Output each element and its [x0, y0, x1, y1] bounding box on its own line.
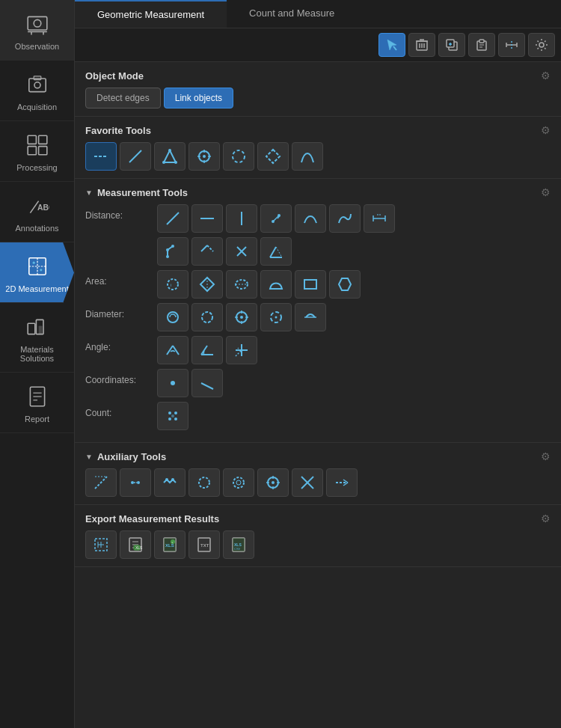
measurement-tools-gear-icon[interactable]: ⚙	[541, 186, 551, 198]
object-mode-title: Object Mode	[85, 70, 144, 82]
fav-tool-2[interactable]	[120, 142, 151, 171]
distance-tool-2[interactable]	[191, 204, 223, 233]
export-button-2[interactable]: XLS	[120, 530, 151, 559]
angle-tool-1[interactable]	[157, 336, 188, 364]
tab-count-and-measure[interactable]: Count and Measure	[227, 0, 357, 28]
area-tool-2[interactable]	[191, 270, 223, 299]
fav-tool-1[interactable]	[85, 142, 117, 171]
distance-tool-9[interactable]	[191, 237, 223, 266]
svg-text:XLS: XLS	[135, 545, 143, 550]
sidebar-label-observation: Observation	[15, 42, 59, 51]
main-content: Geometric Measurement Count and Measure	[75, 0, 561, 728]
export-button-1[interactable]	[85, 530, 117, 559]
sidebar: Observation Acquisition Processing	[0, 0, 75, 728]
fav-tool-6[interactable]	[257, 142, 289, 171]
aux-tool-6[interactable]	[257, 468, 289, 497]
sidebar-item-processing[interactable]: Processing	[0, 121, 74, 182]
distance-tool-1[interactable]	[157, 204, 188, 233]
diameter-tool-2[interactable]	[191, 303, 223, 331]
angle-tool-2[interactable]	[191, 336, 223, 364]
auxiliary-tools-section: ▼ Auxiliary Tools ⚙	[75, 443, 561, 505]
sidebar-item-report[interactable]: Report	[0, 373, 74, 433]
distance-tool-8[interactable]	[157, 237, 188, 266]
fav-tool-5[interactable]	[223, 142, 254, 171]
export-button-4[interactable]: TXT	[188, 530, 220, 559]
aux-tool-3[interactable]	[154, 468, 186, 497]
count-tool-1[interactable]	[157, 402, 188, 430]
cursor-button[interactable]	[378, 33, 405, 57]
favorite-tools-gear-icon[interactable]: ⚙	[541, 124, 551, 136]
resize-button[interactable]	[498, 33, 525, 57]
aux-collapse-arrow-icon[interactable]: ▼	[85, 453, 93, 461]
distance-tool-3[interactable]	[226, 204, 257, 233]
aux-tool-4[interactable]	[188, 468, 220, 497]
export-button-3[interactable]: XLS +	[154, 530, 186, 559]
diameter-row: Diameter:	[85, 303, 551, 331]
svg-rect-5	[28, 79, 45, 92]
export-gear-icon[interactable]: ⚙	[541, 513, 551, 524]
aux-tool-5[interactable]	[223, 468, 254, 497]
settings-gear-button[interactable]	[528, 33, 555, 57]
distance-tools	[157, 204, 551, 233]
tab-geometric-measurement[interactable]: Geometric Measurement	[75, 0, 227, 28]
distance-row: Distance:	[85, 204, 551, 233]
sidebar-item-acquisition[interactable]: Acquisition	[0, 61, 74, 121]
sidebar-item-materials-solutions[interactable]: Materials Solutions	[0, 303, 74, 373]
distance-tool-4[interactable]	[260, 204, 292, 233]
sidebar-item-observation[interactable]: Observation	[0, 0, 74, 61]
fav-tool-4[interactable]	[188, 142, 220, 171]
object-mode-gear-icon[interactable]: ⚙	[541, 70, 551, 82]
diameter-tool-1[interactable]	[157, 303, 188, 331]
sidebar-item-2d-measurement[interactable]: 2D Measurement	[0, 242, 74, 303]
svg-line-47	[129, 150, 141, 162]
detect-edges-button[interactable]: Detect edges	[85, 88, 161, 108]
paste-button[interactable]	[468, 33, 495, 57]
svg-point-97	[275, 316, 278, 319]
collapse-arrow-icon[interactable]: ▼	[85, 189, 93, 197]
coordinates-row: Coordinates:	[85, 369, 551, 397]
svg-point-109	[168, 412, 171, 415]
fav-tool-3[interactable]	[154, 142, 186, 171]
copy-button[interactable]	[438, 33, 465, 57]
coordinates-label: Coordinates:	[85, 369, 153, 385]
coordinates-tool-2[interactable]	[191, 369, 223, 397]
distance-label: Distance:	[85, 204, 153, 221]
distance-tool-11[interactable]	[260, 237, 292, 266]
fav-tool-7[interactable]	[292, 142, 323, 171]
aux-tool-7[interactable]	[292, 468, 323, 497]
aux-tool-8[interactable]	[326, 468, 358, 497]
coordinates-tool-1[interactable]	[157, 369, 188, 397]
distance-tool-7[interactable]	[364, 204, 395, 233]
area-tool-1[interactable]: i	[157, 270, 188, 299]
link-objects-button[interactable]: Link objects	[164, 88, 233, 108]
svg-rect-7	[34, 76, 41, 80]
area-tool-6[interactable]	[329, 270, 361, 299]
svg-point-122	[233, 477, 244, 488]
distance-tool-5[interactable]	[295, 204, 326, 233]
aux-tool-1[interactable]	[85, 468, 117, 497]
object-mode-header: Object Mode ⚙	[85, 70, 551, 82]
delete-button[interactable]	[408, 33, 435, 57]
distance-tool-10[interactable]	[226, 237, 257, 266]
area-tool-5[interactable]	[295, 270, 326, 299]
export-button-5[interactable]: XLS CSV	[223, 530, 254, 559]
diameter-tool-3[interactable]	[226, 303, 257, 331]
diameter-tool-4[interactable]	[260, 303, 292, 331]
sidebar-item-annotations[interactable]: ABC Annotations	[0, 182, 74, 242]
angle-tool-3[interactable]: +	[226, 336, 257, 364]
distance-tool-6[interactable]	[329, 204, 361, 233]
svg-point-117	[137, 481, 140, 484]
area-tool-4[interactable]	[260, 270, 292, 299]
sidebar-label-2d-measurement: 2D Measurement	[5, 284, 68, 293]
svg-point-116	[131, 481, 134, 484]
svg-point-107	[171, 381, 175, 385]
favorite-tools-section: Favorite Tools ⚙	[75, 117, 561, 179]
area-tool-3[interactable]	[226, 270, 257, 299]
svg-point-18	[40, 269, 42, 271]
diameter-tool-5[interactable]	[295, 303, 326, 331]
sidebar-label-report: Report	[25, 415, 49, 423]
aux-tool-2[interactable]	[120, 468, 151, 497]
svg-text:TXT: TXT	[200, 543, 209, 548]
auxiliary-tools-gear-icon[interactable]: ⚙	[541, 450, 551, 462]
sidebar-label-acquisition: Acquisition	[17, 103, 57, 111]
